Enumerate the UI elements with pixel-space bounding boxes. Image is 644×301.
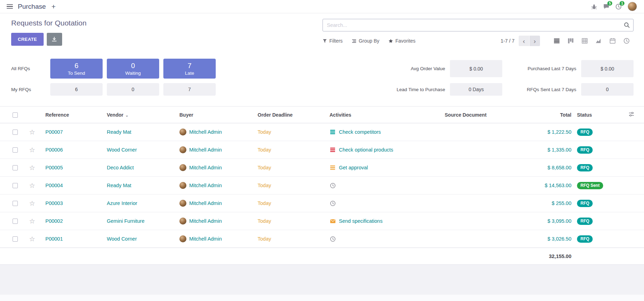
activity-link[interactable]: Check optional products [339, 147, 393, 153]
buyer-link[interactable]: Mitchell Admin [189, 165, 222, 170]
row-checkbox[interactable] [13, 236, 18, 242]
tasks-icon[interactable] [330, 129, 336, 135]
reference-link[interactable]: P00006 [45, 147, 63, 153]
buyer-link[interactable]: Mitchell Admin [189, 218, 222, 224]
my-kpi-to-send[interactable]: 6 [50, 83, 103, 96]
favorite-star-icon[interactable]: ☆ [29, 200, 35, 207]
buyer-link[interactable]: Mitchell Admin [189, 147, 222, 153]
my-kpi-waiting[interactable]: 0 [107, 83, 159, 96]
activities-clock-icon[interactable]: 1 [615, 3, 622, 10]
messages-icon[interactable]: 5 [603, 3, 609, 10]
favorites-button[interactable]: Favorites [388, 38, 416, 44]
favorite-star-icon[interactable]: ☆ [29, 164, 35, 171]
create-button[interactable]: CREATE [11, 33, 44, 46]
stat-value-purchased-last-7-days: $ 0.00 [581, 60, 634, 77]
pager[interactable]: 1-7 / 7 [501, 38, 515, 44]
column-header-activities[interactable]: Activities [327, 107, 442, 123]
row-checkbox[interactable] [13, 165, 18, 170]
search-icon[interactable] [624, 22, 630, 29]
buyer-avatar [179, 218, 186, 225]
app-title[interactable]: Purchase [18, 3, 46, 10]
pivot-view-icon[interactable] [578, 36, 592, 46]
my-kpi-late[interactable]: 7 [163, 83, 216, 96]
kanban-view-icon[interactable] [564, 36, 578, 46]
vendor-link[interactable]: Gemini Furniture [107, 218, 145, 224]
vendor-link[interactable]: Deco Addict [107, 165, 134, 170]
calendar-view-icon[interactable] [606, 36, 620, 46]
kpi-late[interactable]: 7 Late [163, 59, 216, 79]
activity-link[interactable]: Check competitors [339, 129, 381, 135]
status-badge: RFQ [577, 235, 593, 243]
table-row[interactable]: ☆ P00007 Ready Mat Mitchell Admin Today … [0, 123, 644, 141]
row-checkbox[interactable] [13, 201, 18, 206]
row-checkbox[interactable] [13, 183, 18, 188]
pager-previous-button[interactable]: ‹ [519, 36, 529, 46]
pager-next-button[interactable]: › [530, 36, 540, 46]
clock-icon[interactable] [330, 182, 336, 189]
kpi-waiting[interactable]: 0 Waiting [107, 59, 159, 79]
column-header-total[interactable]: Total [529, 107, 574, 123]
export-button[interactable] [47, 33, 62, 46]
tasks-icon[interactable] [330, 164, 336, 171]
column-header-vendor[interactable]: Vendor⌄ [104, 107, 177, 123]
table-row[interactable]: ☆ P00003 Azure Interior Mitchell Admin T… [0, 194, 644, 212]
select-all-checkbox[interactable] [13, 112, 18, 118]
order-deadline: Today [258, 165, 271, 170]
buyer-link[interactable]: Mitchell Admin [189, 200, 222, 206]
column-header-buyer[interactable]: Buyer [177, 107, 255, 123]
buyer-link[interactable]: Mitchell Admin [189, 129, 222, 135]
table-row[interactable]: ☆ P00004 Ready Mat Mitchell Admin Today … [0, 177, 644, 194]
table-row[interactable]: ☆ P00001 Wood Corner Mitchell Admin Toda… [0, 230, 644, 248]
buyer-link[interactable]: Mitchell Admin [189, 236, 222, 242]
favorite-star-icon[interactable]: ☆ [29, 129, 35, 136]
vendor-link[interactable]: Azure Interior [107, 200, 137, 206]
reference-link[interactable]: P00001 [45, 236, 63, 242]
bug-icon[interactable] [591, 3, 597, 10]
reference-link[interactable]: P00005 [45, 165, 63, 170]
buyer-link[interactable]: Mitchell Admin [189, 183, 222, 188]
search-input[interactable] [323, 19, 634, 31]
column-header-reference[interactable]: Reference [43, 107, 104, 123]
favorite-star-icon[interactable]: ☆ [29, 235, 35, 243]
group-by-button[interactable]: Group By [352, 38, 379, 44]
optional-columns-icon[interactable] [626, 107, 644, 123]
row-checkbox[interactable] [13, 147, 18, 153]
status-badge: RFQ Sent [577, 182, 603, 189]
reference-link[interactable]: P00003 [45, 200, 63, 206]
list-view-icon[interactable] [550, 36, 564, 46]
favorite-star-icon[interactable]: ☆ [29, 146, 35, 154]
vendor-link[interactable]: Ready Mat [107, 129, 131, 135]
graph-view-icon[interactable] [592, 36, 606, 46]
vendor-link[interactable]: Wood Corner [107, 236, 137, 242]
activity-link[interactable]: Send specifications [339, 218, 383, 224]
kpi-count: 0 [131, 62, 135, 70]
reference-link[interactable]: P00004 [45, 183, 63, 188]
plus-icon[interactable]: + [51, 3, 56, 10]
favorite-star-icon[interactable]: ☆ [29, 182, 35, 189]
clock-icon[interactable] [330, 200, 336, 206]
table-row[interactable]: ☆ P00005 Deco Addict Mitchell Admin Toda… [0, 159, 644, 177]
row-checkbox[interactable] [13, 219, 18, 224]
reference-link[interactable]: P00007 [45, 129, 63, 135]
user-avatar[interactable] [628, 2, 637, 11]
envelope-icon[interactable] [330, 218, 336, 224]
reference-link[interactable]: P00002 [45, 218, 63, 224]
table-row[interactable]: ☆ P00006 Wood Corner Mitchell Admin Toda… [0, 141, 644, 159]
apps-menu-icon[interactable] [7, 4, 13, 9]
clock-icon[interactable] [330, 236, 336, 242]
favorite-star-icon[interactable]: ☆ [29, 218, 35, 225]
tasks-icon[interactable] [330, 147, 336, 153]
column-header-status[interactable]: Status [574, 107, 626, 123]
vendor-link[interactable]: Wood Corner [107, 147, 137, 153]
column-header-order-deadline[interactable]: Order Deadline [255, 107, 327, 123]
column-header-source-document[interactable]: Source Document [442, 107, 529, 123]
funnel-icon [323, 39, 327, 43]
activity-view-icon[interactable] [620, 36, 634, 46]
vendor-link[interactable]: Ready Mat [107, 183, 131, 188]
status-badge: RFQ [577, 218, 593, 225]
table-row[interactable]: ☆ P00002 Gemini Furniture Mitchell Admin… [0, 212, 644, 230]
kpi-to-send[interactable]: 6 To Send [50, 59, 103, 79]
activity-link[interactable]: Get approval [339, 165, 368, 170]
row-checkbox[interactable] [13, 130, 18, 135]
filters-button[interactable]: Filters [323, 38, 343, 44]
